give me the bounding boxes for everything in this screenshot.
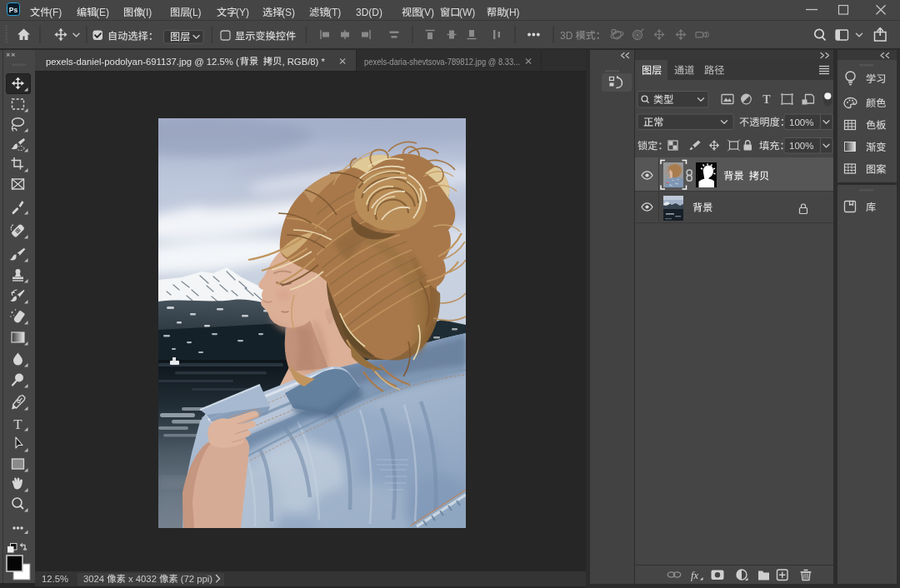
svg-text:(I): (I): [142, 7, 152, 18]
svg-text:(Y): (Y): [236, 7, 249, 18]
svg-text:(E): (E): [96, 7, 109, 18]
svg-text:(S): (S): [282, 7, 295, 18]
svg-text:(T): (T): [328, 7, 341, 18]
svg-text:3024: 3024: [83, 574, 107, 584]
svg-text:(H): (H): [506, 7, 520, 18]
svg-text:T: T: [762, 93, 771, 106]
svg-text:Ps: Ps: [9, 6, 18, 14]
svg-text:fx: fx: [691, 570, 698, 581]
svg-text:100%: 100%: [789, 141, 813, 151]
svg-text:T: T: [13, 416, 22, 432]
svg-text:pexels-daniel-podolyan-691137.: pexels-daniel-podolyan-691137.jpg @ 12.5…: [46, 57, 239, 67]
svg-text:(W): (W): [459, 7, 475, 18]
svg-text:, RGB/8) *: , RGB/8) *: [282, 57, 325, 67]
svg-text:(L): (L): [189, 7, 202, 18]
svg-text:x 4032: x 4032: [126, 574, 159, 584]
svg-text:pexels-daria-shevtsova-789812.: pexels-daria-shevtsova-789812.jpg @ 8.33…: [364, 57, 520, 67]
svg-text:(F): (F): [49, 7, 62, 18]
svg-text:12.5%: 12.5%: [42, 574, 68, 584]
svg-text:(72 ppi): (72 ppi): [178, 574, 213, 584]
svg-text:(V): (V): [421, 7, 434, 18]
svg-text:3D: 3D: [560, 30, 576, 42]
svg-text:100%: 100%: [789, 117, 813, 127]
svg-text:3D(D): 3D(D): [356, 7, 382, 18]
